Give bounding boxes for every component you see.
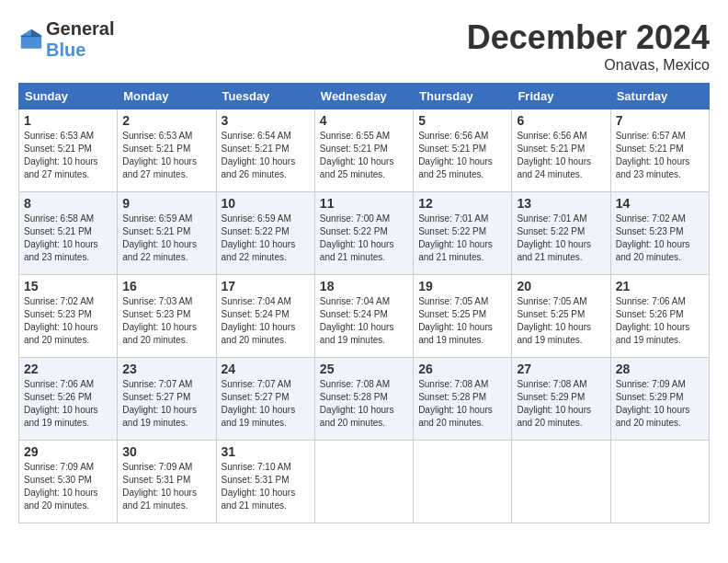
day-number: 9 bbox=[122, 196, 210, 211]
day-info: Sunrise: 7:02 AMSunset: 5:23 PMDaylight:… bbox=[24, 296, 98, 345]
day-info: Sunrise: 6:58 AMSunset: 5:21 PMDaylight:… bbox=[24, 213, 98, 262]
day-cell-21: 21Sunrise: 7:06 AMSunset: 5:26 PMDayligh… bbox=[610, 275, 709, 358]
calendar-week-5: 29Sunrise: 7:09 AMSunset: 5:30 PMDayligh… bbox=[19, 441, 710, 523]
day-number: 6 bbox=[517, 113, 605, 128]
day-number: 25 bbox=[320, 362, 408, 376]
logo-text: General Blue bbox=[46, 18, 114, 61]
day-info: Sunrise: 6:59 AMSunset: 5:22 PMDaylight:… bbox=[222, 213, 296, 262]
calendar-week-3: 15Sunrise: 7:02 AMSunset: 5:23 PMDayligh… bbox=[19, 275, 710, 358]
col-friday: Friday bbox=[512, 84, 610, 109]
day-number: 22 bbox=[24, 362, 112, 376]
day-number: 2 bbox=[122, 113, 210, 128]
day-info: Sunrise: 7:05 AMSunset: 5:25 PMDaylight:… bbox=[418, 296, 493, 345]
calendar-body: 1Sunrise: 6:53 AMSunset: 5:21 PMDaylight… bbox=[19, 109, 710, 523]
calendar-week-1: 1Sunrise: 6:53 AMSunset: 5:21 PMDaylight… bbox=[19, 109, 710, 192]
day-info: Sunrise: 7:01 AMSunset: 5:22 PMDaylight:… bbox=[517, 213, 591, 262]
logo: General Blue bbox=[18, 18, 114, 61]
day-info: Sunrise: 7:08 AMSunset: 5:28 PMDaylight:… bbox=[320, 379, 394, 428]
day-number: 10 bbox=[222, 196, 310, 211]
day-cell-20: 20Sunrise: 7:05 AMSunset: 5:25 PMDayligh… bbox=[512, 275, 610, 358]
day-cell-11: 11Sunrise: 7:00 AMSunset: 5:22 PMDayligh… bbox=[314, 192, 413, 275]
page-header: General Blue December 2024 Onavas, Mexic… bbox=[18, 18, 710, 74]
day-cell-14: 14Sunrise: 7:02 AMSunset: 5:23 PMDayligh… bbox=[610, 192, 709, 275]
day-cell-8: 8Sunrise: 6:58 AMSunset: 5:21 PMDaylight… bbox=[19, 192, 118, 275]
day-info: Sunrise: 6:59 AMSunset: 5:21 PMDaylight:… bbox=[122, 213, 197, 262]
day-cell-5: 5Sunrise: 6:56 AMSunset: 5:21 PMDaylight… bbox=[414, 109, 512, 192]
location: Onavas, Mexico bbox=[467, 57, 710, 74]
calendar-week-4: 22Sunrise: 7:06 AMSunset: 5:26 PMDayligh… bbox=[19, 358, 710, 441]
empty-cell bbox=[610, 441, 709, 523]
day-cell-19: 19Sunrise: 7:05 AMSunset: 5:25 PMDayligh… bbox=[414, 275, 512, 358]
day-cell-16: 16Sunrise: 7:03 AMSunset: 5:23 PMDayligh… bbox=[118, 275, 216, 358]
col-thursday: Thursday bbox=[414, 84, 512, 109]
day-info: Sunrise: 7:04 AMSunset: 5:24 PMDaylight:… bbox=[222, 296, 296, 345]
day-number: 1 bbox=[24, 113, 112, 128]
day-number: 30 bbox=[122, 444, 210, 459]
day-number: 12 bbox=[418, 196, 506, 211]
day-info: Sunrise: 7:09 AMSunset: 5:30 PMDaylight:… bbox=[24, 462, 98, 511]
day-info: Sunrise: 7:09 AMSunset: 5:29 PMDaylight:… bbox=[616, 379, 690, 428]
day-info: Sunrise: 7:08 AMSunset: 5:28 PMDaylight:… bbox=[418, 379, 493, 428]
svg-marker-1 bbox=[31, 29, 41, 36]
day-cell-6: 6Sunrise: 6:56 AMSunset: 5:21 PMDaylight… bbox=[512, 109, 610, 192]
day-number: 8 bbox=[24, 196, 112, 211]
day-cell-12: 12Sunrise: 7:01 AMSunset: 5:22 PMDayligh… bbox=[414, 192, 512, 275]
day-info: Sunrise: 7:02 AMSunset: 5:23 PMDaylight:… bbox=[616, 213, 690, 262]
svg-rect-2 bbox=[21, 36, 41, 37]
col-sunday: Sunday bbox=[19, 84, 118, 109]
day-cell-10: 10Sunrise: 6:59 AMSunset: 5:22 PMDayligh… bbox=[216, 192, 314, 275]
day-number: 4 bbox=[320, 113, 408, 128]
day-cell-4: 4Sunrise: 6:55 AMSunset: 5:21 PMDaylight… bbox=[314, 109, 413, 192]
day-info: Sunrise: 6:56 AMSunset: 5:21 PMDaylight:… bbox=[517, 131, 591, 179]
day-number: 16 bbox=[122, 279, 210, 293]
day-cell-27: 27Sunrise: 7:08 AMSunset: 5:29 PMDayligh… bbox=[512, 358, 610, 441]
calendar-table: Sunday Monday Tuesday Wednesday Thursday… bbox=[18, 83, 710, 523]
day-number: 29 bbox=[24, 444, 112, 459]
day-cell-25: 25Sunrise: 7:08 AMSunset: 5:28 PMDayligh… bbox=[314, 358, 413, 441]
empty-cell bbox=[314, 441, 413, 523]
day-cell-26: 26Sunrise: 7:08 AMSunset: 5:28 PMDayligh… bbox=[414, 358, 512, 441]
day-number: 28 bbox=[616, 362, 704, 376]
day-number: 17 bbox=[222, 279, 310, 293]
calendar-week-2: 8Sunrise: 6:58 AMSunset: 5:21 PMDaylight… bbox=[19, 192, 710, 275]
day-cell-17: 17Sunrise: 7:04 AMSunset: 5:24 PMDayligh… bbox=[216, 275, 314, 358]
day-info: Sunrise: 7:08 AMSunset: 5:29 PMDaylight:… bbox=[517, 379, 591, 428]
day-info: Sunrise: 7:07 AMSunset: 5:27 PMDaylight:… bbox=[222, 379, 296, 428]
empty-cell bbox=[414, 441, 512, 523]
day-number: 20 bbox=[517, 279, 605, 293]
day-number: 24 bbox=[222, 362, 310, 376]
col-tuesday: Tuesday bbox=[216, 84, 314, 109]
day-cell-31: 31Sunrise: 7:10 AMSunset: 5:31 PMDayligh… bbox=[216, 441, 314, 523]
day-number: 5 bbox=[418, 113, 506, 128]
day-info: Sunrise: 7:00 AMSunset: 5:22 PMDaylight:… bbox=[320, 213, 394, 262]
day-info: Sunrise: 7:10 AMSunset: 5:31 PMDaylight:… bbox=[222, 462, 296, 511]
day-cell-13: 13Sunrise: 7:01 AMSunset: 5:22 PMDayligh… bbox=[512, 192, 610, 275]
day-cell-2: 2Sunrise: 6:53 AMSunset: 5:21 PMDaylight… bbox=[118, 109, 216, 192]
day-number: 14 bbox=[616, 196, 704, 211]
day-cell-1: 1Sunrise: 6:53 AMSunset: 5:21 PMDaylight… bbox=[19, 109, 118, 192]
day-info: Sunrise: 7:03 AMSunset: 5:23 PMDaylight:… bbox=[122, 296, 197, 345]
day-number: 7 bbox=[616, 113, 704, 128]
day-cell-15: 15Sunrise: 7:02 AMSunset: 5:23 PMDayligh… bbox=[19, 275, 118, 358]
day-cell-30: 30Sunrise: 7:09 AMSunset: 5:31 PMDayligh… bbox=[118, 441, 216, 523]
day-number: 13 bbox=[517, 196, 605, 211]
title-block: December 2024 Onavas, Mexico bbox=[467, 18, 710, 74]
day-info: Sunrise: 6:56 AMSunset: 5:21 PMDaylight:… bbox=[418, 131, 493, 179]
day-info: Sunrise: 6:53 AMSunset: 5:21 PMDaylight:… bbox=[122, 131, 197, 179]
day-info: Sunrise: 7:06 AMSunset: 5:26 PMDaylight:… bbox=[616, 296, 690, 345]
day-info: Sunrise: 7:01 AMSunset: 5:22 PMDaylight:… bbox=[418, 213, 493, 262]
header-row: Sunday Monday Tuesday Wednesday Thursday… bbox=[19, 84, 710, 109]
day-info: Sunrise: 7:09 AMSunset: 5:31 PMDaylight:… bbox=[122, 462, 197, 511]
day-info: Sunrise: 6:53 AMSunset: 5:21 PMDaylight:… bbox=[24, 131, 98, 179]
day-number: 11 bbox=[320, 196, 408, 211]
day-cell-22: 22Sunrise: 7:06 AMSunset: 5:26 PMDayligh… bbox=[19, 358, 118, 441]
day-info: Sunrise: 6:57 AMSunset: 5:21 PMDaylight:… bbox=[616, 131, 690, 179]
day-info: Sunrise: 7:06 AMSunset: 5:26 PMDaylight:… bbox=[24, 379, 98, 428]
day-number: 19 bbox=[418, 279, 506, 293]
day-number: 18 bbox=[320, 279, 408, 293]
empty-cell bbox=[512, 441, 610, 523]
day-cell-28: 28Sunrise: 7:09 AMSunset: 5:29 PMDayligh… bbox=[610, 358, 709, 441]
day-info: Sunrise: 7:07 AMSunset: 5:27 PMDaylight:… bbox=[122, 379, 197, 428]
day-number: 3 bbox=[222, 113, 310, 128]
month-title: December 2024 bbox=[467, 18, 710, 57]
